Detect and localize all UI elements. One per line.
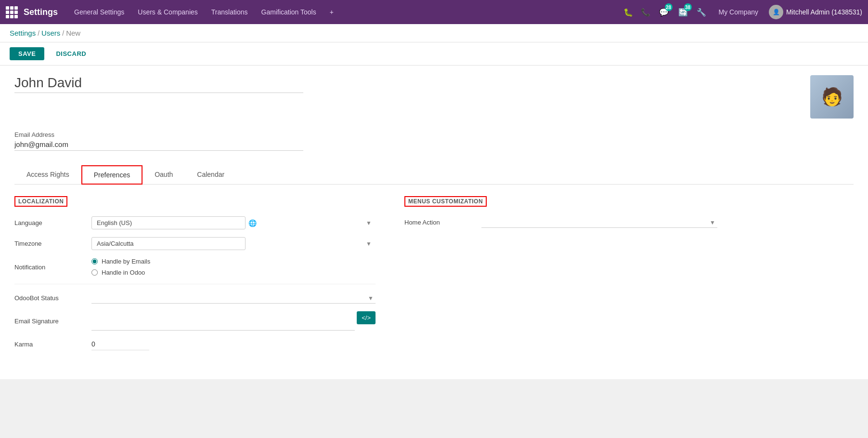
tab-preferences[interactable]: Preferences — [81, 165, 143, 185]
odoobot-select[interactable] — [91, 292, 376, 304]
breadcrumb-users[interactable]: Users — [41, 29, 60, 37]
home-action-row: Home Action ▼ — [404, 216, 717, 228]
email-sig-label: Email Signature — [14, 318, 91, 325]
user-name-field — [14, 75, 303, 93]
chat-badge: 28 — [665, 3, 673, 11]
save-button[interactable]: SAVE — [10, 47, 44, 60]
home-action-label: Home Action — [404, 219, 481, 226]
email-sig-input-wrapper: </> — [91, 311, 376, 331]
radio-odoo-input[interactable] — [91, 269, 98, 276]
nav-general-settings[interactable]: General Settings — [67, 0, 131, 24]
two-col-layout: Localization Language English (US) ▼ 🌐 — [14, 196, 854, 358]
radio-emails-label: Handle by Emails — [102, 258, 150, 265]
my-company[interactable]: My Company — [712, 0, 765, 24]
email-label: Email Address — [14, 131, 854, 138]
nav-translations[interactable]: Translations — [205, 0, 255, 24]
user-name: Mitchell Admin (1438531) — [786, 8, 862, 16]
karma-row: Karma 0 — [14, 338, 376, 350]
breadcrumb-sep2: / — [62, 29, 64, 37]
breadcrumb: Settings / Users / New — [0, 24, 868, 42]
tabs-bar: Access Rights Preferences Oauth Calendar — [14, 165, 854, 185]
notification-label: Notification — [14, 264, 91, 271]
nav-users-companies[interactable]: Users & Companies — [131, 0, 205, 24]
bug-icon[interactable]: 🐛 — [622, 6, 635, 19]
discard-button[interactable]: DISCARD — [50, 47, 92, 60]
col-localization: Localization Language English (US) ▼ 🌐 — [14, 196, 376, 358]
language-label: Language — [14, 219, 91, 226]
language-row: Language English (US) ▼ 🌐 — [14, 216, 376, 229]
timezone-row: Timezone Asia/Calcutta ▼ — [14, 237, 376, 250]
localization-header: Localization — [14, 196, 67, 207]
globe-icon[interactable]: 🌐 — [248, 219, 257, 227]
topnav-right: 🐛 📞 💬 28 🔄 38 🔧 My Company 👤 Mitchell Ad… — [622, 0, 862, 24]
notification-options: Handle by Emails Handle in Odoo — [91, 258, 376, 276]
notification-row: Notification Handle by Emails Handle in … — [14, 258, 376, 276]
user-avatar-box[interactable]: 🧑 — [810, 75, 854, 119]
language-select-wrapper: English (US) ▼ 🌐 — [91, 216, 376, 229]
action-bar: SAVE DISCARD — [0, 42, 868, 66]
user-menu[interactable]: 👤 Mitchell Admin (1438531) — [769, 5, 862, 19]
activity-btn[interactable]: 🔄 38 — [675, 4, 691, 20]
tab-oauth[interactable]: Oauth — [143, 165, 185, 185]
radio-handle-odoo[interactable]: Handle in Odoo — [91, 269, 376, 276]
grid-icon — [6, 6, 18, 18]
radio-handle-emails[interactable]: Handle by Emails — [91, 258, 376, 265]
odoobot-label: OdooBot Status — [14, 294, 91, 302]
phone-icon[interactable]: 📞 — [639, 6, 652, 19]
karma-value: 0 — [91, 338, 149, 350]
timezone-select-arrow: ▼ — [366, 240, 372, 247]
user-avatar-img: 🧑 — [810, 75, 854, 119]
home-action-value: ▼ — [481, 216, 717, 228]
odoobot-row: OdooBot Status ▼ — [14, 292, 376, 304]
brand[interactable]: Settings — [6, 6, 58, 18]
nav-plus[interactable]: + — [323, 0, 340, 24]
tab-content-preferences: Localization Language English (US) ▼ 🌐 — [14, 185, 854, 370]
radio-odoo-label: Handle in Odoo — [102, 269, 145, 276]
karma-label: Karma — [14, 341, 91, 348]
topnav: Settings General Settings Users & Compan… — [0, 0, 868, 24]
main-content: 🧑 Email Address Access Rights Preference… — [0, 66, 868, 379]
col-menus: Menus Customization Home Action ▼ — [404, 196, 717, 358]
email-sig-row: Email Signature </> — [14, 311, 376, 331]
breadcrumb-new: New — [66, 29, 80, 37]
tab-calendar[interactable]: Calendar — [185, 165, 236, 185]
divider-1 — [14, 284, 376, 284]
nav-gamification[interactable]: Gamification Tools — [255, 0, 323, 24]
breadcrumb-sep1: / — [38, 29, 39, 37]
radio-group: Handle by Emails Handle in Odoo — [91, 258, 376, 276]
email-section: Email Address — [14, 131, 854, 151]
odoobot-select-wrapper: ▼ — [91, 292, 376, 304]
menus-header: Menus Customization — [404, 196, 487, 207]
user-avatar: 👤 — [769, 5, 783, 19]
home-action-select[interactable] — [481, 216, 717, 228]
activity-badge: 38 — [684, 3, 692, 11]
timezone-value: Asia/Calcutta ▼ — [91, 237, 376, 250]
brand-label: Settings — [24, 7, 58, 17]
radio-emails-input[interactable] — [91, 258, 98, 265]
email-input[interactable] — [14, 140, 303, 151]
chat-btn[interactable]: 💬 28 — [656, 4, 672, 20]
language-select-arrow: ▼ — [366, 220, 372, 226]
language-select[interactable]: English (US) — [91, 216, 246, 229]
timezone-select-wrapper: Asia/Calcutta ▼ — [91, 237, 376, 250]
user-name-input[interactable] — [14, 75, 303, 93]
breadcrumb-settings[interactable]: Settings — [10, 29, 36, 37]
tab-access-rights[interactable]: Access Rights — [14, 165, 81, 185]
topnav-menu: General Settings Users & Companies Trans… — [67, 0, 620, 24]
code-button[interactable]: </> — [357, 311, 376, 324]
email-sig-field[interactable] — [91, 311, 355, 331]
timezone-select[interactable]: Asia/Calcutta — [91, 237, 246, 250]
language-value: English (US) ▼ 🌐 — [91, 216, 376, 229]
timezone-label: Timezone — [14, 240, 91, 247]
tools-icon[interactable]: 🔧 — [695, 6, 708, 19]
user-name-section: 🧑 — [14, 75, 854, 123]
